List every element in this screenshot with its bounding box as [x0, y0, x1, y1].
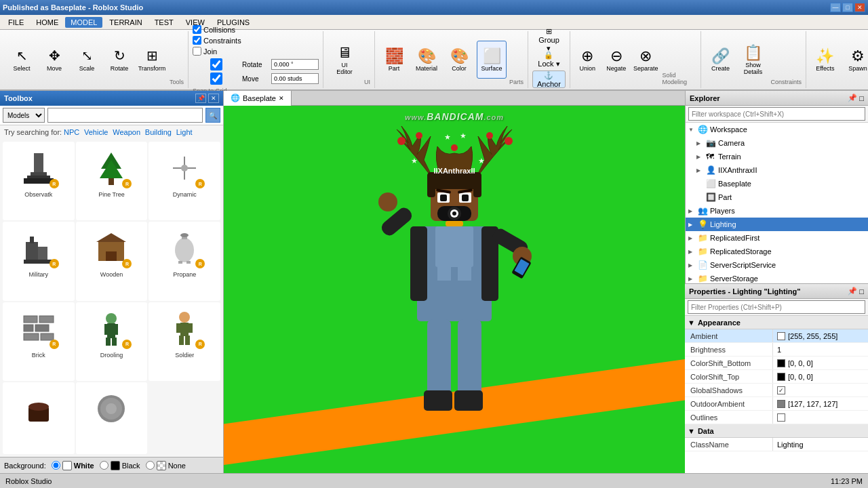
list-item[interactable]: R Pine Tree: [76, 142, 148, 220]
color-button[interactable]: 🎨 Color: [444, 41, 474, 79]
negate-button[interactable]: ⊖ Negate: [603, 41, 629, 79]
list-item[interactable]: R Propane: [149, 222, 220, 300]
move-snap-input[interactable]: [271, 73, 319, 84]
colorshift-bottom-swatch[interactable]: [777, 359, 785, 367]
globalshadows-checkbox[interactable]: [777, 386, 785, 394]
collisions-checkbox[interactable]: [193, 25, 201, 34]
tree-item-baseplate[interactable]: ⬜ Baseplate: [686, 177, 868, 190]
material-button[interactable]: 🎨 Material: [412, 41, 441, 79]
suggestion-npc[interactable]: NPC: [64, 128, 79, 136]
properties-pin-button[interactable]: 📌: [848, 287, 857, 296]
menu-model[interactable]: MODEL: [65, 17, 102, 28]
properties-search-input[interactable]: [688, 300, 865, 314]
tree-item-camera[interactable]: ▶ 📷 Camera: [686, 136, 868, 150]
prop-colorshift-bottom-row[interactable]: ColorShift_Bottom [0, 0, 0]: [685, 357, 868, 370]
list-item[interactable]: R Military: [3, 222, 75, 300]
move-button[interactable]: ✥ Move: [39, 41, 69, 79]
menu-test[interactable]: TEST: [149, 17, 179, 28]
effects-button[interactable]: ✨ Effects: [810, 41, 840, 79]
ambient-color-swatch[interactable]: [777, 332, 785, 340]
tree-item-players[interactable]: ▶ 👥 Players: [686, 204, 868, 218]
transform-button[interactable]: ⊞ Transform: [137, 41, 167, 79]
properties-expand-button[interactable]: □: [859, 287, 864, 296]
tree-item-replicatedfirst[interactable]: ▶ 📁 ReplicatedFirst: [686, 231, 868, 245]
list-item[interactable]: R Drooling: [76, 302, 148, 381]
list-item[interactable]: R Wooden: [76, 222, 148, 300]
bg-white-option[interactable]: White: [52, 461, 94, 470]
prop-outlines-row[interactable]: Outlines: [685, 411, 868, 424]
toolbox-search-button[interactable]: 🔍: [205, 108, 220, 123]
show-details-button[interactable]: 📋 ShowDetails: [738, 41, 768, 79]
list-item[interactable]: R Observatk: [3, 142, 75, 220]
tree-item-serverscriptservice[interactable]: ▶ 📄 ServerScriptService: [686, 258, 868, 272]
suggestion-weapon[interactable]: Weapon: [113, 128, 140, 136]
scale-button[interactable]: ⤡ Scale: [72, 41, 102, 79]
menu-file[interactable]: FILE: [3, 17, 29, 28]
prop-globalshadows-row[interactable]: GlobalShadows: [685, 384, 868, 397]
surface-button[interactable]: ⬜ Surface: [477, 41, 507, 79]
outdoorambient-swatch[interactable]: [777, 400, 785, 408]
rotate-snap-input[interactable]: [271, 59, 319, 70]
lock-button[interactable]: 🔒 Lock ▾: [532, 51, 566, 68]
canvas-area[interactable]: www.BANDICAM.com: [224, 106, 685, 473]
list-item[interactable]: R Dynamic: [149, 142, 220, 220]
prop-ambient-row[interactable]: Ambient [255, 255, 255]: [685, 329, 868, 343]
bg-none-radio[interactable]: [146, 461, 155, 470]
spawn-button[interactable]: ⚙ Spawn: [843, 41, 868, 79]
anchor-button[interactable]: ⚓ Anchor: [532, 70, 566, 88]
join-checkbox[interactable]: [193, 47, 201, 56]
tree-item-workspace[interactable]: ▼ 🌐 Workspace: [686, 123, 868, 136]
tree-item-serverstorage[interactable]: ▶ 📁 ServerStorage: [686, 272, 868, 283]
separate-button[interactable]: ⊗ Separate: [632, 41, 660, 79]
tree-item-player[interactable]: ▶ 👤 IIXAnthraxII: [686, 163, 868, 177]
create-icon: 🔗: [711, 47, 730, 65]
tree-item-lighting[interactable]: ▶ 💡 Lighting: [686, 218, 868, 231]
toolbox-search-input[interactable]: [47, 108, 203, 123]
bg-white-radio[interactable]: [52, 461, 60, 470]
rotate-snap-checkbox[interactable]: [193, 58, 240, 70]
list-item[interactable]: [3, 382, 75, 454]
colorshift-top-swatch[interactable]: [777, 373, 785, 381]
explorer-search-input[interactable]: [688, 107, 865, 121]
list-item[interactable]: R Brick: [3, 302, 75, 381]
tree-item-part[interactable]: 🔲 Part: [686, 190, 868, 204]
create-button[interactable]: 🔗 Create: [705, 41, 735, 79]
prop-outdoorambient-row[interactable]: OutdoorAmbient [127, 127, 127]: [685, 397, 868, 411]
bg-black-radio[interactable]: [100, 461, 108, 470]
tree-item-replicatedstorage[interactable]: ▶ 📁 ReplicatedStorage: [686, 245, 868, 258]
explorer-pin-button[interactable]: 📌: [848, 94, 857, 102]
tab-close-button[interactable]: ✕: [279, 95, 284, 102]
list-item[interactable]: R Soldier: [149, 302, 220, 381]
svg-rect-57: [473, 174, 481, 197]
baseplate-tab[interactable]: 🌐 Baseplate ✕: [224, 91, 292, 106]
prop-classname-row[interactable]: ClassName Lighting: [685, 438, 868, 451]
menu-home[interactable]: HOME: [31, 17, 64, 28]
maximize-button[interactable]: □: [842, 3, 853, 12]
minimize-button[interactable]: —: [830, 3, 841, 12]
bg-black-option[interactable]: Black: [100, 461, 140, 470]
menu-terrain[interactable]: TERRAIN: [104, 17, 147, 28]
close-button[interactable]: ✕: [854, 3, 865, 12]
bg-none-option[interactable]: None: [146, 461, 186, 470]
union-button[interactable]: ⊕ Union: [574, 41, 601, 79]
suggestion-light[interactable]: Light: [176, 128, 193, 136]
move-snap-checkbox[interactable]: [193, 73, 240, 85]
toolbox-close-button[interactable]: ✕: [208, 94, 219, 103]
ui-editor-button[interactable]: 🖥 UIEditor: [328, 41, 361, 79]
list-item[interactable]: [76, 382, 148, 454]
rotate-button[interactable]: ↻ Rotate: [104, 41, 134, 79]
tree-item-terrain[interactable]: ▶ 🗺 Terrain: [686, 150, 868, 163]
select-button[interactable]: ↖ Select: [7, 41, 37, 79]
outlines-checkbox[interactable]: [777, 413, 785, 422]
constraints-checkbox[interactable]: [193, 36, 201, 45]
prop-brightness-row[interactable]: Brightness 1: [685, 343, 868, 357]
group-button[interactable]: ⊞ Group ▾: [532, 31, 566, 49]
toolbox-pin-button[interactable]: 📌: [195, 94, 206, 103]
suggestion-vehicle[interactable]: Vehicle: [84, 128, 108, 136]
part-button[interactable]: 🧱 Part: [379, 41, 409, 79]
prop-colorshift-top-row[interactable]: ColorShift_Top [0, 0, 0]: [685, 370, 868, 384]
prop-classname-value: Lighting: [773, 441, 868, 449]
suggestion-building[interactable]: Building: [145, 128, 172, 136]
explorer-expand-button[interactable]: □: [859, 94, 864, 102]
toolbox-category-select[interactable]: Models Decals Audio Meshes: [3, 108, 45, 123]
